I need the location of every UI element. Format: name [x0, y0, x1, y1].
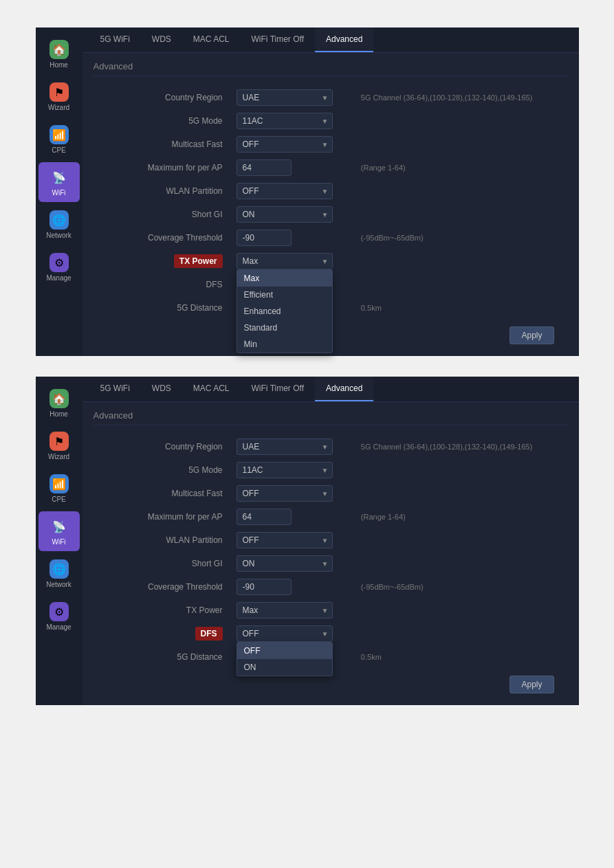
tab-advanced-2[interactable]: Advanced [315, 377, 373, 401]
label-apply-2 [94, 669, 231, 697]
select-txpower-2[interactable]: Max ▼ [237, 602, 333, 619]
note-shortgi-2 [355, 552, 568, 575]
row-shortgi-2: Short GI ON OFF ▼ [94, 552, 568, 575]
note-txpower-1 [355, 249, 568, 273]
label-country-region-2: Country Region [94, 435, 231, 458]
dfs-option-on-2[interactable]: ON [237, 659, 332, 676]
country-region-select-2[interactable]: UAE [237, 438, 333, 455]
value-shortgi-1: ON OFF ▼ [231, 203, 355, 226]
sidebar-1: 🏠 Home ⚑ Wizard 📶 CPE 📡 WiFi 🌐 Network ⚙ [36, 27, 83, 356]
tab-macACL-1[interactable]: MAC ACL [182, 27, 241, 52]
row-shortgi-1: Short GI ON OFF ▼ [94, 203, 568, 226]
txpower-option-max-1[interactable]: Max [237, 270, 332, 287]
home-icon-2: 🏠 [50, 389, 69, 408]
tab-wifiTimerOff-1[interactable]: WiFi Timer Off [241, 27, 315, 52]
row-country-region-1: Country Region UAE ▼ 5G Channel (36-64),… [94, 86, 568, 109]
maxperap-input-2[interactable] [237, 509, 292, 525]
label-5gdistance-1: 5G Distance [94, 296, 231, 320]
shortgi-select-1[interactable]: ON OFF [237, 206, 333, 223]
network-icon-2: 🌐 [50, 559, 69, 579]
note-dfs-2 [355, 622, 568, 645]
label-shortgi-2: Short GI [94, 552, 231, 575]
note-wlanpartition-1 [355, 179, 568, 203]
value-coverage-2 [231, 575, 355, 599]
select-5gmode-1[interactable]: 11AC ▼ [237, 113, 333, 129]
row-multicastfast-1: Multicast Fast OFF ON ▼ [94, 133, 568, 156]
tab-wds-2[interactable]: WDS [141, 377, 182, 401]
select-5gmode-2[interactable]: 11AC ▼ [237, 462, 333, 478]
value-country-region-2: UAE ▼ [231, 435, 355, 458]
note-txpower-2 [355, 599, 568, 622]
main-content-2: 5G WiFi WDS MAC ACL WiFi Timer Off Advan… [83, 377, 579, 705]
sidebar-label-manage-2: Manage [46, 623, 71, 631]
value-coverage-1 [231, 226, 355, 249]
apply-button-2[interactable]: Apply [509, 676, 553, 693]
sidebar-item-home-1[interactable]: 🏠 Home [39, 34, 80, 74]
select-shortgi-2[interactable]: ON OFF ▼ [237, 555, 333, 572]
sidebar-item-network-2[interactable]: 🌐 Network [39, 554, 80, 594]
sidebar-item-home-2[interactable]: 🏠 Home [39, 383, 80, 423]
row-wlanpartition-1: WLAN Partition OFF ON ▼ [94, 179, 568, 203]
select-dfs-2[interactable]: OFF ON ▼ OFF ON [237, 625, 333, 642]
dfs-select-2[interactable]: OFF ON [237, 625, 333, 642]
shortgi-select-2[interactable]: ON OFF [237, 555, 333, 572]
tab-wds-1[interactable]: WDS [141, 27, 182, 52]
txpower-select-2[interactable]: Max [237, 602, 333, 619]
country-region-select-1[interactable]: UAE [237, 89, 333, 106]
multicastfast-select-1[interactable]: OFF ON [237, 136, 333, 153]
tab-wifiTimerOff-2[interactable]: WiFi Timer Off [241, 377, 315, 401]
row-coverage-2: Coverage Threshold (-95dBm~-65dBm) [94, 575, 568, 599]
5gmode-select-2[interactable]: 11AC [237, 462, 333, 478]
tab-5gwifi-2[interactable]: 5G WiFi [89, 377, 141, 401]
sidebar-item-cpe-1[interactable]: 📶 CPE [39, 120, 80, 159]
sidebar-item-cpe-2[interactable]: 📶 CPE [39, 469, 80, 509]
tab-5gwifi-1[interactable]: 5G WiFi [89, 27, 141, 52]
apply-button-1[interactable]: Apply [509, 326, 553, 344]
maxperap-input-1[interactable] [237, 159, 292, 176]
txpower-option-standard-1[interactable]: Standard [237, 320, 332, 336]
sidebar-label-cpe-2: CPE [52, 496, 66, 503]
txpower-option-efficient-1[interactable]: Efficient [237, 287, 332, 303]
value-5gmode-1: 11AC ▼ [231, 109, 355, 133]
select-country-region-2[interactable]: UAE ▼ [237, 438, 333, 455]
dfs-option-off-2[interactable]: OFF [237, 643, 332, 659]
sidebar-label-cpe-1: CPE [52, 146, 66, 154]
row-multicastfast-2: Multicast Fast OFF ON ▼ [94, 482, 568, 505]
select-multicastfast-1[interactable]: OFF ON ▼ [237, 136, 333, 153]
sidebar-label-manage-1: Manage [46, 274, 71, 282]
label-apply-1 [94, 320, 231, 348]
tab-advanced-1[interactable]: Advanced [315, 27, 373, 52]
5gmode-select-1[interactable]: 11AC [237, 113, 333, 129]
note-maxperap-1: (Range 1-64) [355, 156, 568, 179]
sidebar-item-manage-1[interactable]: ⚙ Manage [39, 247, 80, 287]
coverage-input-2[interactable] [237, 579, 292, 595]
select-txpower-1[interactable]: Max Efficient Enhanced Standard Min ▼ Ma… [237, 253, 333, 269]
sidebar-label-home-1: Home [50, 61, 68, 69]
multicastfast-select-2[interactable]: OFF ON [237, 485, 333, 502]
manage-icon-1: ⚙ [50, 253, 69, 272]
select-wlanpartition-2[interactable]: OFF ON ▼ [237, 532, 333, 548]
apply-btn-cell-1: Apply [355, 320, 568, 348]
txpower-select-1[interactable]: Max Efficient Enhanced Standard Min [237, 253, 333, 269]
tab-macACL-2[interactable]: MAC ACL [182, 377, 241, 401]
wlanpartition-select-1[interactable]: OFF ON [237, 183, 333, 199]
select-multicastfast-2[interactable]: OFF ON ▼ [237, 485, 333, 502]
wlanpartition-select-2[interactable]: OFF ON [237, 532, 333, 548]
coverage-input-1[interactable] [237, 230, 292, 246]
txpower-option-min-1[interactable]: Min [237, 336, 332, 353]
row-txpower-2: TX Power Max ▼ [94, 599, 568, 622]
sidebar-item-wifi-2[interactable]: 📡 WiFi [39, 511, 80, 551]
sidebar-item-network-1[interactable]: 🌐 Network [39, 205, 80, 245]
sidebar-item-wifi-1[interactable]: 📡 WiFi [39, 162, 80, 202]
txpower-option-enhanced-1[interactable]: Enhanced [237, 303, 332, 320]
note-5gmode-1 [355, 109, 568, 133]
select-shortgi-1[interactable]: ON OFF ▼ [237, 206, 333, 223]
select-wlanpartition-1[interactable]: OFF ON ▼ [237, 183, 333, 199]
sidebar-item-wizard-2[interactable]: ⚑ Wizard [39, 426, 80, 466]
sidebar-item-manage-2[interactable]: ⚙ Manage [39, 597, 80, 636]
sidebar-item-wizard-1[interactable]: ⚑ Wizard [39, 77, 80, 117]
row-maxperap-2: Maximum for per AP (Range 1-64) [94, 505, 568, 528]
select-country-region-1[interactable]: UAE ▼ [237, 89, 333, 106]
note-shortgi-1 [355, 203, 568, 226]
note-country-region-2: 5G Channel (36-64),(100-128),(132-140),(… [355, 435, 568, 458]
